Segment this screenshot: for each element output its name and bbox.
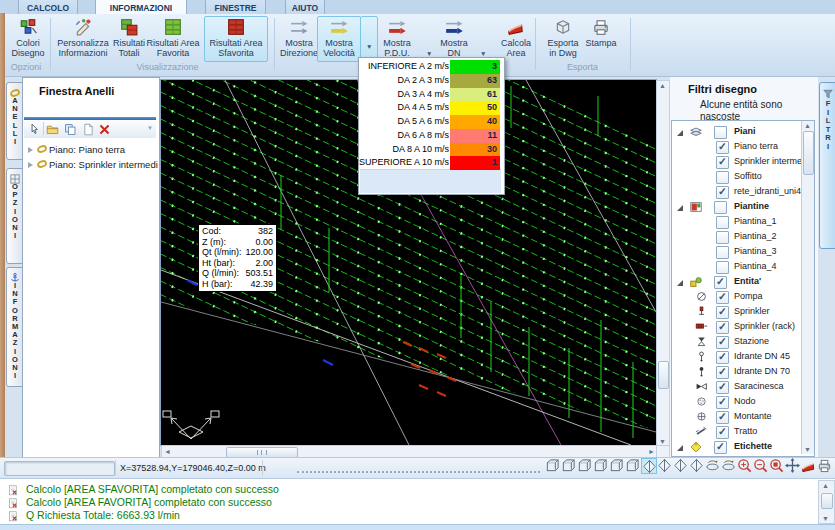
checkbox[interactable] [716, 261, 729, 274]
view-iso-2-icon[interactable] [657, 458, 673, 474]
checkbox[interactable]: ✓ [716, 291, 729, 304]
filtri-tree-row[interactable]: ✓Saracinesca [672, 380, 812, 395]
scroll-left-icon[interactable]: ◄ [164, 448, 171, 455]
scroll-down-icon[interactable]: ▼ [804, 446, 811, 453]
filtri-tree-row[interactable]: ✓Idrante DN 45 [672, 350, 812, 365]
filtri-tree-row[interactable]: ✓Entita' [672, 275, 812, 290]
legend-row[interactable]: DA 5 A 6 m/s40 [359, 115, 502, 129]
ribbon-button-velocit-[interactable]: MostraVelocità [317, 16, 361, 62]
filtri-tree-row[interactable]: Piani [672, 125, 812, 140]
filtri-tree-row[interactable]: Piantina_4 [672, 260, 812, 275]
checkbox[interactable]: ✓ [714, 441, 727, 454]
filtri-tree-row[interactable]: ✓Sprinkler intermedi [672, 155, 812, 170]
tree-expander-icon[interactable] [28, 159, 36, 170]
tab-finestre[interactable]: FINESTRE [205, 0, 266, 15]
orbit-2-icon[interactable] [721, 458, 737, 474]
view-cube-5-icon[interactable] [609, 458, 625, 474]
checkbox[interactable]: ✓ [716, 141, 729, 154]
anelli-tree-item[interactable]: Piano: Piano terra [28, 143, 125, 157]
legend-row[interactable]: DA 4 A 5 m/s50 [359, 101, 502, 115]
view-cube-3-icon[interactable] [577, 458, 593, 474]
view-cube-1-icon[interactable] [545, 458, 561, 474]
ribbon-button-favorita[interactable]: Risultati AreaFavorita [143, 16, 203, 62]
orbit-1-icon[interactable] [705, 458, 721, 474]
zoom-window-icon[interactable] [769, 458, 785, 474]
checkbox[interactable] [716, 246, 729, 259]
scroll-thumb[interactable] [803, 131, 814, 175]
log-scrollbar[interactable]: ▲▼ [818, 480, 835, 524]
checkbox[interactable]: ✓ [716, 366, 729, 379]
checkbox[interactable]: ✓ [716, 381, 729, 394]
dropdown-arrow-icon[interactable]: ▼ [426, 50, 432, 57]
filtri-tree-row[interactable]: ✓Etichette [672, 440, 812, 455]
newdoc-tool-icon[interactable] [82, 122, 96, 136]
legend-row[interactable]: DA 2 A 3 m/s63 [359, 74, 502, 88]
filtri-tree-row[interactable]: ✓Piano terra [672, 140, 812, 155]
dropdown-arrow-icon[interactable]: ▼ [366, 43, 372, 50]
tree-collapse-icon[interactable] [677, 280, 683, 286]
checkbox[interactable] [716, 171, 729, 184]
checkbox[interactable] [716, 231, 729, 244]
filtri-tree-row[interactable]: ✓Stazione [672, 335, 812, 350]
checkbox[interactable]: ✓ [716, 396, 729, 409]
filtri-tree-row[interactable]: ✓Pompa [672, 290, 812, 305]
filtri-tree-row[interactable]: ✓Idrante DN 70 [672, 365, 812, 380]
checkbox[interactable]: ✓ [716, 306, 729, 319]
view-cube-2-icon[interactable] [561, 458, 577, 474]
legend-row[interactable]: DA 3 A 4 m/s61 [359, 88, 502, 102]
filtri-tree-row[interactable]: Piantine [672, 200, 812, 215]
dropdown-arrow-icon[interactable]: ▼ [480, 50, 486, 57]
checkbox[interactable]: ✓ [716, 321, 729, 334]
scroll-up-icon[interactable]: ▲ [822, 482, 829, 489]
filtri-tree-row[interactable]: ✓Nodo [672, 395, 812, 410]
filtri-tree-row[interactable]: ✓rete_idranti_uni45 [672, 185, 812, 200]
calc-area-icon[interactable] [801, 458, 817, 474]
tree-collapse-icon[interactable] [677, 445, 683, 451]
filtri-tree-row[interactable]: Piantina_2 [672, 230, 812, 245]
filtri-tree-row[interactable]: Piantina_1 [672, 215, 812, 230]
view-iso-1-icon[interactable] [641, 458, 657, 474]
mostra-velocita-dropdown-cell[interactable]: ▼ [360, 16, 378, 62]
checkbox[interactable] [714, 126, 727, 139]
zoom-out-icon[interactable] [753, 458, 769, 474]
pan-icon[interactable] [785, 458, 801, 474]
scroll-thumb[interactable] [821, 493, 833, 509]
view-iso-4-icon[interactable] [689, 458, 705, 474]
checkbox[interactable]: ✓ [716, 156, 729, 169]
toolbar-overflow-icon[interactable]: ▼ [147, 125, 153, 131]
filtri-tree-row[interactable]: ✓Tratto [672, 425, 812, 440]
tree-collapse-icon[interactable] [677, 205, 683, 211]
zoom-extents-icon[interactable] [737, 458, 753, 474]
scroll-right-icon[interactable]: ► [648, 448, 655, 455]
checkbox[interactable]: ✓ [716, 351, 729, 364]
view-cube-6-icon[interactable] [625, 458, 641, 474]
tab-aiuto[interactable]: AIUTO [285, 0, 325, 15]
tree-collapse-icon[interactable] [677, 130, 683, 136]
scroll-down-icon[interactable]: ▼ [822, 515, 829, 522]
legend-row[interactable]: DA 6 A 8 m/s11 [359, 129, 502, 143]
scroll-up-icon[interactable]: ▲ [659, 82, 666, 89]
filtri-tree-row[interactable]: ✓Sprinkler [672, 305, 812, 320]
ribbon-button-disegno[interactable]: ColoriDisegno [3, 16, 53, 62]
anelli-tree-item[interactable]: Piano: Sprinkler intermedi [28, 158, 158, 172]
tab-calcolo[interactable]: CALCOLO [18, 0, 78, 15]
legend-row[interactable]: SUPERIORE A 10 m/s1 [359, 156, 502, 170]
checkbox[interactable]: ✓ [716, 426, 729, 439]
tab-informazioni[interactable]: INFORMAZIONI [95, 0, 187, 15]
viewport-vscrollbar[interactable]: ▲▼ [656, 80, 670, 447]
tab-filtri[interactable]: FILTRI [819, 82, 835, 249]
checkbox[interactable] [716, 216, 729, 229]
cursor-tool-icon[interactable] [28, 122, 42, 136]
copy-tool-icon[interactable] [64, 122, 78, 136]
checkbox[interactable]: ✓ [716, 411, 729, 424]
filtri-tree-row[interactable]: Soffitto [672, 170, 812, 185]
view-cube-4-icon[interactable] [593, 458, 609, 474]
ribbon-button-sfavorita[interactable]: Risultati AreaSfavorita [204, 16, 268, 62]
checkbox[interactable]: ✓ [716, 186, 729, 199]
filtri-tree-row[interactable]: ✓Montante [672, 410, 812, 425]
legend-row[interactable]: DA 8 A 10 m/s30 [359, 143, 502, 157]
folder-tool-icon[interactable] [46, 122, 60, 136]
tree-expander-icon[interactable] [28, 144, 36, 155]
scroll-down-icon[interactable]: ▼ [659, 438, 666, 445]
ribbon-button-dn[interactable]: MostraDN [431, 16, 477, 62]
